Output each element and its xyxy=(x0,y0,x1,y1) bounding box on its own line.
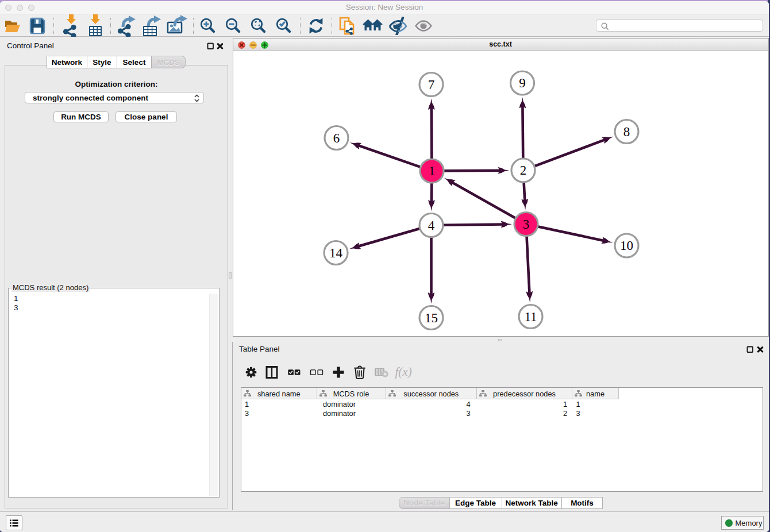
svg-text:10: 10 xyxy=(620,238,633,253)
svg-text:4: 4 xyxy=(428,218,434,233)
svg-text:1: 1 xyxy=(428,164,435,178)
svg-text:6: 6 xyxy=(333,131,340,145)
svg-text:11: 11 xyxy=(524,310,537,324)
svg-text:2: 2 xyxy=(519,163,526,178)
svg-text:9: 9 xyxy=(519,76,526,90)
svg-text:3: 3 xyxy=(522,217,529,232)
svg-text:8: 8 xyxy=(623,125,630,139)
svg-text:7: 7 xyxy=(428,78,434,92)
svg-text:15: 15 xyxy=(425,311,438,325)
svg-text:14: 14 xyxy=(329,246,343,260)
